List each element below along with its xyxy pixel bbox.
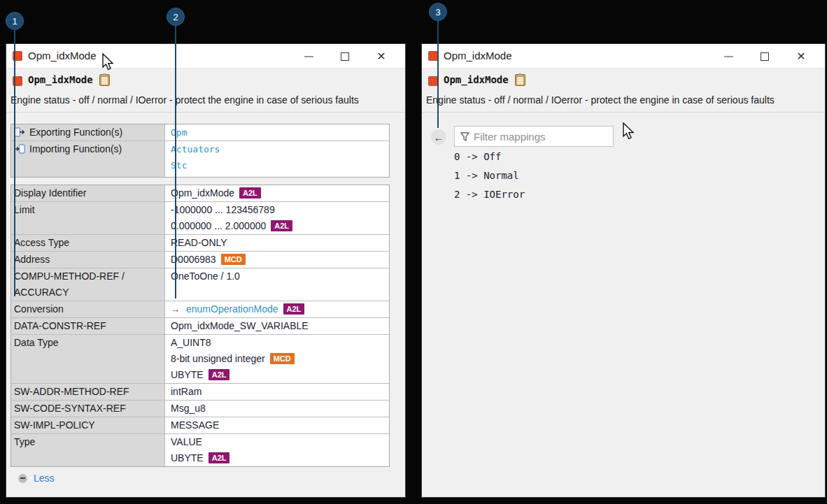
property-value-text: VALUE (171, 436, 202, 447)
function-row-label: Importing Function(s) (29, 141, 122, 157)
property-row: Limit-1000000 ... 1234567890.000000 ... … (11, 202, 389, 235)
function-row-label-cell: Importing Function(s) (11, 141, 165, 177)
mapping-item: 0 -> Off (454, 147, 525, 166)
property-value-line: Opm_idxModeA2L (171, 185, 383, 201)
property-table: Display IdentifierOpm_idxModeA2LLimit-10… (10, 185, 390, 467)
minimize-button[interactable] (290, 44, 327, 69)
maximize-button[interactable] (747, 44, 783, 69)
collapse-minus-icon[interactable] (18, 474, 27, 483)
maximize-icon (761, 52, 769, 61)
left-window-controls: ✕ (290, 44, 400, 69)
function-link[interactable]: Opm (171, 127, 187, 138)
callout-badge-1: 1 (6, 12, 24, 30)
maximize-icon (341, 52, 349, 61)
function-row: Exporting Function(s)Opm (11, 124, 389, 141)
minimize-button[interactable] (710, 44, 747, 69)
property-value-text: A_UINT8 (171, 337, 211, 348)
property-value-text: UBYTE (171, 369, 204, 380)
function-row: Importing Function(s)ActuatorsStc (11, 141, 389, 177)
property-value-line: intRam (171, 384, 383, 400)
function-row-label: Exporting Function(s) (29, 124, 122, 141)
close-button[interactable]: ✕ (363, 44, 400, 69)
minimize-icon (304, 56, 313, 57)
right-window-title: Opm_idxMode (444, 44, 512, 68)
property-label: COMPU-METHOD-REF / ACCURACY (11, 268, 165, 301)
property-row: Conversion→enumOperationModeA2L (11, 301, 389, 318)
property-label: Address (11, 252, 165, 268)
function-row-label-cell: Exporting Function(s) (11, 124, 165, 141)
a2l-badge: A2L (271, 220, 292, 231)
property-row: TypeVALUEUBYTEA2L (11, 434, 389, 466)
property-value: -1000000 ... 1234567890.000000 ... 2.000… (165, 202, 389, 234)
property-value: Msg_u8 (165, 401, 389, 417)
function-row-values: Opm (165, 124, 389, 141)
conversion-mappings-window: Opm_idxMode ✕ Opm_idxMode Engine status … (421, 43, 826, 498)
back-arrow-icon[interactable]: ← (431, 129, 446, 145)
function-link-line: Opm (171, 124, 383, 141)
filter-mappings-box (454, 126, 614, 147)
property-label: SW-ADDR-METHOD-REF (11, 384, 165, 400)
callout-line-3 (437, 20, 439, 128)
property-row: Data TypeA_UINT88-bit unsigned integerMC… (11, 335, 389, 384)
property-label: Conversion (11, 301, 165, 317)
property-value-text: D0006983 (171, 254, 216, 265)
left-object-header: Opm_idxMode Engine status - off / normal… (6, 69, 405, 113)
property-row: DATA-CONSTR-REFOpm_idxMode_SW_VARIABLE (11, 318, 389, 335)
property-row: SW-ADDR-METHOD-REFintRam (11, 384, 389, 401)
property-value: VALUEUBYTEA2L (165, 434, 389, 466)
property-value-text: Opm_idxMode (171, 187, 234, 199)
property-value-text: UBYTE (171, 452, 204, 463)
callout-line-2 (175, 25, 176, 298)
object-description: Engine status - off / normal / IOerror -… (10, 94, 359, 106)
property-value-text: 8-bit unsigned integer (171, 353, 265, 364)
property-row: Display IdentifierOpm_idxModeA2L (11, 185, 389, 202)
property-value: intRam (165, 384, 389, 400)
property-value-line: READ-ONLY (171, 235, 383, 251)
property-value-line: →enumOperationModeA2L (171, 301, 383, 317)
filter-mappings-input[interactable] (474, 131, 613, 143)
mappings-list: 0 -> Off1 -> Normal2 -> IOError (454, 147, 525, 204)
function-link[interactable]: Actuators (171, 144, 220, 154)
property-value-text: OneToOne / 1.0 (171, 271, 240, 282)
object-description: Engine status - off / normal / IOerror -… (426, 94, 775, 106)
conversion-link[interactable]: enumOperationMode (186, 303, 278, 315)
close-button[interactable]: ✕ (783, 44, 819, 69)
property-value-line: -1000000 ... 123456789 (171, 202, 383, 218)
callout-line-1 (14, 29, 15, 296)
maximize-button[interactable] (327, 44, 363, 69)
a2l-badge: A2L (283, 303, 305, 315)
function-link-line: Stc (171, 157, 383, 173)
left-titlebar[interactable]: Opm_idxMode ✕ (6, 44, 405, 69)
goto-conversion-arrow-icon[interactable]: → (171, 304, 180, 315)
less-expander[interactable]: Less (18, 473, 405, 484)
property-value: Opm_idxMode_SW_VARIABLE (165, 318, 389, 334)
right-titlebar[interactable]: Opm_idxMode ✕ (422, 44, 825, 69)
property-label: Type (11, 434, 165, 466)
a2l-badge: A2L (208, 452, 230, 463)
property-row: AddressD0006983MCD (11, 252, 389, 268)
clipboard-icon[interactable] (515, 74, 525, 86)
property-value-line: UBYTEA2L (171, 450, 383, 466)
a2l-badge: A2L (208, 369, 230, 380)
property-label: Display Identifier (11, 185, 165, 201)
property-value-text: MESSAGE (171, 419, 219, 431)
property-row: SW-CODE-SYNTAX-REFMsg_u8 (11, 401, 389, 417)
function-link[interactable]: Stc (171, 160, 187, 171)
mcd-badge: MCD (221, 254, 246, 265)
less-link[interactable]: Less (34, 473, 55, 484)
property-value: READ-ONLY (165, 235, 389, 251)
property-row: Access TypeREAD-ONLY (11, 235, 389, 252)
property-value-line: MESSAGE (171, 417, 383, 433)
object-name: Opm_idxMode (28, 74, 93, 85)
right-content: ← 0 -> Off1 -> Normal2 -> IOError (422, 113, 825, 497)
callout-badge-3: 3 (429, 3, 447, 21)
function-row-values: ActuatorsStc (165, 141, 389, 177)
clipboard-icon[interactable] (99, 74, 110, 86)
close-icon: ✕ (796, 51, 805, 62)
property-row: COMPU-METHOD-REF / ACCURACYOneToOne / 1.… (11, 268, 389, 301)
object-name: Opm_idxMode (444, 74, 509, 85)
mapping-item: 1 -> Normal (454, 166, 525, 185)
property-value-text: -1000000 ... 123456789 (171, 204, 275, 215)
variable-properties-window: Opm_idxMode ✕ Opm_idxMode Engine status … (6, 43, 406, 498)
property-value: MESSAGE (165, 417, 389, 433)
